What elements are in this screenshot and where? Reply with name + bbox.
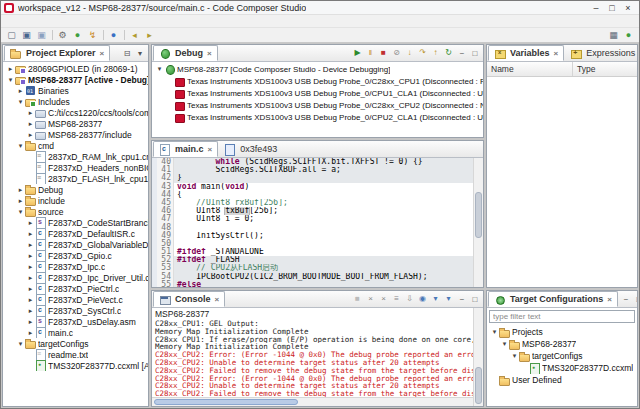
tree-item[interactable]: readme.txt (3, 349, 148, 360)
tree-item[interactable]: ▾ MSP68-28377 (487, 338, 637, 350)
expander-icon[interactable]: ▸ (16, 186, 25, 194)
tree-item[interactable]: ▾ MSP68-28377 [Code Composer Studio - De… (152, 63, 483, 75)
console-vertical-scrollbar[interactable] (473, 308, 483, 406)
minimize-view-icon[interactable] (456, 47, 468, 59)
close-icon[interactable] (100, 49, 105, 58)
close-icon[interactable] (607, 295, 612, 304)
column-header-name[interactable]: Name (487, 62, 573, 76)
debug-bug-icon[interactable]: ● (70, 29, 85, 42)
code-line[interactable]: 42 } (152, 174, 473, 182)
code-line[interactable]: 48 (152, 224, 473, 232)
tree-item[interactable]: ▸ MSP68-28377/include (3, 129, 148, 140)
code-line[interactable]: 45 //UInt8 rxBuf[256]; (152, 199, 473, 207)
code-line[interactable]: 50 (152, 240, 473, 248)
collapse-all-icon[interactable] (121, 47, 133, 59)
remove-all-launches-icon[interactable]: × (377, 293, 390, 305)
code-line[interactable]: 52 #ifdef _FLASH (152, 256, 473, 264)
maximize-view-icon[interactable] (633, 293, 637, 305)
tab-expressions[interactable]: Expressions (564, 45, 637, 61)
expander-icon[interactable]: ▸ (26, 307, 35, 315)
tree-item[interactable]: 2837xD_RAM_lnk_cpu1.cmd (3, 151, 148, 162)
tree-item[interactable]: Texas Instruments XDS100v3 USB Debug Pro… (152, 99, 483, 111)
expander-icon[interactable]: ▸ (26, 131, 35, 139)
expander-icon[interactable]: ▸ (26, 296, 35, 304)
tree-item[interactable]: Texas Instruments XDS100v3 USB Debug Pro… (152, 111, 483, 123)
column-header-type[interactable]: Type (573, 64, 637, 74)
new-file-icon[interactable]: ▢ (4, 29, 19, 42)
pin-console-icon[interactable]: ◉ (416, 293, 429, 305)
tab-project-explorer[interactable]: Project Explorer (4, 45, 110, 61)
maximize-view-icon[interactable] (469, 293, 481, 305)
expander-icon[interactable]: ▾ (16, 208, 25, 216)
tree-item[interactable]: ▸ F2837xD_PieCtrl.c (3, 283, 148, 294)
tree-item[interactable]: ▸ F2837xD_DefaultISR.c (3, 228, 148, 239)
minimize-button[interactable] (588, 2, 604, 14)
tab-disassembly-address[interactable]: 0x3fe493 (218, 141, 283, 157)
tree-item[interactable]: ▸ C:/ti/ccs1220/ccs/tools/compiler/ti-cg… (3, 107, 148, 118)
expander-icon[interactable]: ▾ (490, 328, 499, 336)
build-hammer-icon[interactable]: ⚙ (55, 29, 70, 42)
expander-icon[interactable]: ▾ (6, 76, 15, 84)
minimize-view-icon[interactable] (456, 293, 468, 305)
tree-item[interactable]: TMS320F28377D.ccxml [Active] (3, 360, 148, 371)
step-over-icon[interactable]: ↷ (416, 47, 429, 59)
code-line[interactable]: 51 #ifdef _STANDALONE (152, 248, 473, 256)
tree-item[interactable]: ▸ F2837xD_Gpio.c (3, 250, 148, 261)
new-breakpoint-icon[interactable]: ● (106, 29, 121, 42)
tree-item[interactable]: ▸ F2837xD_Ipc.c (3, 261, 148, 272)
scrollbar-thumb[interactable] (154, 399, 298, 405)
code-line[interactable]: 46 UInt8 txBuf[256]; (152, 207, 473, 215)
tree-item[interactable]: ▾ targetConfigs (487, 350, 637, 362)
forward-icon[interactable]: ▸ (142, 29, 157, 42)
code-line[interactable]: 53 // CPU2从FLASH启动 (152, 264, 473, 272)
view-menu-icon[interactable] (134, 47, 146, 59)
tree-item[interactable]: ▾ targetConfigs (3, 338, 148, 349)
disconnect-icon[interactable]: ⊘ (390, 47, 403, 59)
resume-icon[interactable]: ▶ (351, 47, 364, 59)
expander-icon[interactable]: ▸ (26, 318, 35, 326)
expander-icon[interactable]: ▸ (26, 109, 35, 117)
save-all-icon[interactable]: ▣ (34, 29, 49, 42)
scrollbar-thumb[interactable] (475, 367, 482, 404)
suspend-icon[interactable]: ‖ (364, 47, 377, 59)
expander-icon[interactable]: ▸ (26, 252, 35, 260)
tab-variables[interactable]: Variables (488, 45, 564, 61)
tree-item[interactable]: User Defined (487, 374, 637, 386)
code-line[interactable]: 43 void main(void) (152, 183, 473, 191)
clear-console-icon[interactable]: ≡ (390, 293, 403, 305)
close-icon[interactable] (554, 49, 559, 58)
code-line[interactable]: 40 while (ScidRegs.SCIFFTX.bit.TXFFST !=… (152, 158, 473, 166)
tree-item[interactable]: TMS320F28377D.ccxml (487, 362, 637, 374)
tree-item[interactable]: ▾ source (3, 206, 148, 217)
tree-item[interactable]: ▸ F2837xD_SysCtrl.c (3, 305, 148, 316)
scroll-lock-icon[interactable]: ⇩ (403, 293, 416, 305)
tree-item[interactable]: ▾ cmd (3, 140, 148, 151)
open-console-icon[interactable]: ▾ (442, 293, 455, 305)
restart-icon[interactable]: ↻ (442, 47, 455, 59)
expander-icon[interactable]: ▸ (16, 197, 25, 205)
editor-vertical-scrollbar[interactable] (473, 158, 483, 287)
scrollbar-thumb[interactable] (475, 192, 482, 238)
tab-debug[interactable]: Debug (153, 45, 218, 61)
close-button[interactable] (620, 2, 636, 14)
remove-launch-icon[interactable]: × (364, 293, 377, 305)
tree-item[interactable]: ▸ Debug (3, 184, 148, 195)
ccs-debug-perspective-icon[interactable]: ● (621, 29, 636, 42)
flash-icon[interactable]: ↯ (85, 29, 100, 42)
code-line[interactable]: 41 ScidRegs.SCITXBUF.all = a; (152, 166, 473, 174)
tree-item[interactable]: ▸ F2837xD_CodeStartBranch.asm (3, 217, 148, 228)
console-body[interactable]: MSP68-28377 C28xx_CPU1: GEL Output:Memor… (152, 308, 483, 406)
tree-item[interactable]: ▸ F2837xD_usDelay.asm (3, 316, 148, 327)
expander-icon[interactable]: ▾ (510, 352, 519, 360)
tree-item[interactable]: Texas Instruments XDS100v3 USB Debug Pro… (152, 87, 483, 99)
expander-icon[interactable]: ▾ (155, 65, 164, 73)
console-horizontal-scrollbar[interactable] (152, 397, 473, 406)
tree-item[interactable]: Texas Instruments XDS100v3 USB Debug Pro… (152, 75, 483, 87)
expander-icon[interactable]: ▸ (26, 241, 35, 249)
tree-item[interactable]: F2837xD_Headers_nonBIOS_cpu1.cmd (3, 162, 148, 173)
display-selected-console-icon[interactable]: ▾ (429, 293, 442, 305)
tab-console[interactable]: Console (153, 291, 225, 307)
tree-item[interactable]: ▸ include (3, 195, 148, 206)
step-return-icon[interactable]: ↑ (429, 47, 442, 59)
back-icon[interactable]: ◂ (127, 29, 142, 42)
